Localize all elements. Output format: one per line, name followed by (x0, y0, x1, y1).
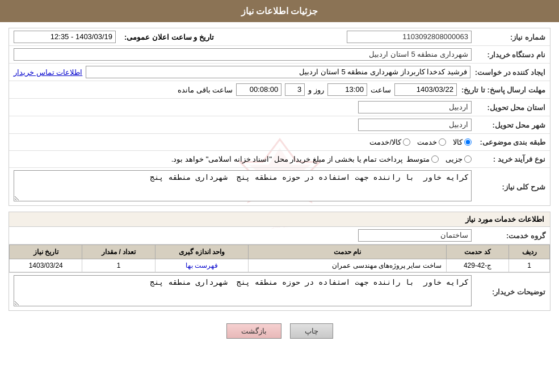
row-category: طبقه بندی موضوعی: کالا خدمت کالا/خدمت (9, 134, 550, 151)
announce-value: 1403/03/19 - 12:35 (14, 31, 116, 43)
service-group-value: ساختمان (358, 229, 472, 242)
deadline-time-label: ساعت (371, 86, 391, 94)
row-deadline: مهلت ارسال پاسخ: تا تاریخ: 1403/03/22 سا… (9, 81, 550, 99)
services-title: اطلاعات خدمات مورد نیاز (9, 212, 550, 227)
purchase-type-radio-jozi[interactable] (464, 155, 472, 163)
purchase-type-container: جزیی متوسط پرداخت تمام یا بخشی از مبلغ خ… (14, 155, 472, 163)
row-creator: ایجاد کننده در خواست: فرشید کدخدا کاربرد… (9, 64, 550, 81)
service-group-container: ساختمان (14, 229, 472, 242)
purchase-type-motavasset[interactable]: متوسط (406, 155, 439, 163)
province-container: اردبیل (14, 101, 472, 113)
purchase-type-radio-group: جزیی متوسط (406, 155, 472, 163)
deadline-time: 13:00 (327, 83, 367, 96)
need-number-value: 1103092808000063 (347, 31, 472, 43)
category-kala-label: کالا (453, 138, 463, 146)
content-area: AnaLender.net آنا لندر شماره نیاز: 11030… (0, 22, 559, 349)
buyer-org-label: نام دستگاه خریدار: (472, 50, 545, 59)
announce-label: تاریخ و ساعت اعلان عمومی: (124, 33, 214, 41)
description-label: شرح کلی نیاز: (472, 183, 545, 191)
category-label: طبقه بندی موضوعی: (472, 138, 545, 146)
city-value: اردبیل (358, 119, 472, 131)
deadline-label: مهلت ارسال پاسخ: تا تاریخ: (457, 86, 545, 94)
purchase-type-label: نوع فرآیند خرید : (472, 155, 545, 163)
col-row-number: ردیف (509, 245, 550, 259)
page-wrapper: جزئیات اطلاعات نیاز AnaLender.net آنا لن… (0, 0, 559, 392)
row-need-number: شماره نیاز: 1103092808000063 تاریخ و ساع… (9, 28, 550, 46)
category-radio-khadamat[interactable] (439, 138, 446, 146)
col-service-name: نام حدمت (249, 245, 447, 259)
row-buyer-description: توضیحات خریدار: (9, 272, 550, 310)
deadline-date: 1403/03/22 (394, 83, 457, 96)
buyer-description-label: توضیحات خریدار: (472, 288, 545, 296)
print-button[interactable]: چاپ (290, 323, 333, 339)
main-content: شماره نیاز: 1103092808000063 تاریخ و ساع… (9, 28, 550, 343)
services-section: اطلاعات خدمات مورد نیاز گروه خدمت: ساختم… (9, 212, 550, 311)
description-textarea[interactable] (14, 170, 472, 201)
category-radio-group: کالا خدمت کالا/خدمت (369, 138, 472, 146)
purchase-type-jozi[interactable]: جزیی (445, 155, 472, 163)
cell-name-1: ساخت سایر پروژه‌های مهندسی عمران (249, 259, 447, 272)
category-both-label: کالا/خدمت (369, 138, 401, 146)
col-service-code: کد حدمت (446, 245, 509, 259)
city-label: شهر محل تحویل: (472, 121, 545, 129)
row-city: شهر محل تحویل: اردبیل (9, 116, 550, 134)
creator-container: فرشید کدخدا کاربرداز شهرداری منطقه 5 است… (14, 66, 470, 78)
buyer-description-container (14, 275, 472, 308)
deadline-remaining-label: ساعت باقی مانده (178, 86, 233, 94)
page-title: جزئیات اطلاعات نیاز (0, 0, 559, 22)
category-radio-kala[interactable] (464, 138, 472, 146)
cell-code-1: ج-42-429 (446, 259, 509, 272)
cell-row-1: 1 (509, 259, 550, 272)
purchase-type-motavasset-label: متوسط (406, 155, 430, 163)
main-info-section: شماره نیاز: 1103092808000063 تاریخ و ساع… (9, 28, 550, 206)
purchase-type-note: پرداخت تمام یا بخشی از مبلغ خریدار محل "… (171, 155, 403, 163)
description-container (14, 170, 472, 203)
purchase-type-radio-motavasset[interactable] (431, 155, 439, 163)
services-table-section: ردیف کد حدمت نام حدمت واحد اندازه گیری ت… (9, 245, 550, 272)
creator-label: ایجاد کننده در خواست: (470, 68, 545, 77)
category-option-khadamat[interactable]: خدمت (417, 138, 446, 146)
col-unit: واحد اندازه گیری (155, 245, 248, 259)
cell-date-1: 1403/03/24 (10, 259, 82, 272)
need-number-container: 1103092808000063 (222, 31, 472, 43)
buyer-org-value: شهرداری منطقه 5 استان اردبیل (14, 48, 472, 61)
buyer-org-container: شهرداری منطقه 5 استان اردبیل (14, 48, 472, 61)
table-row: 1 ج-42-429 ساخت سایر پروژه‌های مهندسی عم… (10, 259, 550, 272)
creator-link[interactable]: اطلاعات تماس خریدار (14, 68, 82, 77)
deadline-days-label: روز و (308, 86, 324, 94)
need-number-label: شماره نیاز: (472, 33, 545, 41)
province-label: استان محل تحویل: (472, 103, 545, 112)
row-service-group: گروه خدمت: ساختمان (9, 227, 550, 245)
col-date: تاریخ نیاز (10, 245, 82, 259)
purchase-type-jozi-label: جزیی (445, 155, 463, 163)
city-container: اردبیل (14, 119, 472, 131)
row-purchase-type: نوع فرآیند خرید : جزیی متوسط (9, 151, 550, 168)
creator-value: فرشید کدخدا کاربرداز شهرداری منطقه 5 است… (86, 66, 470, 78)
deadline-days: 3 (285, 83, 305, 96)
col-quantity: تعداد / مقدار (82, 245, 155, 259)
table-header-row: ردیف کد حدمت نام حدمت واحد اندازه گیری ت… (10, 245, 550, 259)
service-group-label: گروه خدمت: (472, 231, 545, 240)
category-khadamat-label: خدمت (417, 138, 437, 146)
back-button[interactable]: بازگشت (226, 323, 281, 339)
deadline-remaining: 00:08:00 (236, 83, 281, 96)
row-description: شرح کلی نیاز: (9, 168, 550, 205)
cell-qty-1: 1 (82, 259, 155, 272)
row-buyer-org: نام دستگاه خریدار: شهرداری منطقه 5 استان… (9, 46, 550, 64)
buyer-description-textarea[interactable] (14, 275, 472, 306)
category-option-both[interactable]: کالا/خدمت (369, 138, 410, 146)
province-value: اردبیل (358, 101, 472, 113)
services-table: ردیف کد حدمت نام حدمت واحد اندازه گیری ت… (9, 245, 550, 272)
category-option-kala[interactable]: کالا (453, 138, 472, 146)
row-province: استان محل تحویل: اردبیل (9, 99, 550, 116)
category-radio-both[interactable] (403, 138, 410, 146)
buttons-row: چاپ بازگشت (9, 317, 550, 343)
deadline-container: 1403/03/22 ساعت 13:00 روز و 3 00:08:00 س… (14, 83, 457, 96)
cell-unit-1: فهرست بها (155, 259, 248, 272)
